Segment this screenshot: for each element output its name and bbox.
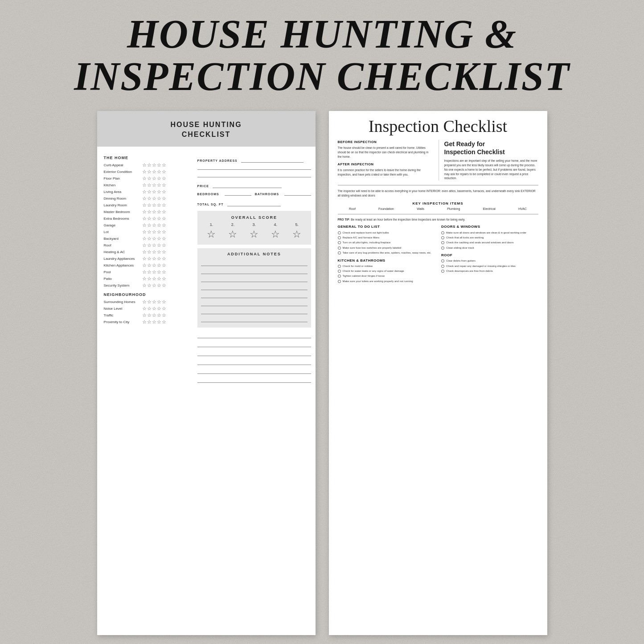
- todo-item: Make sure your toilets are working prope…: [338, 279, 435, 283]
- item-label: Dinning Room: [104, 197, 139, 201]
- list-item: Surrounding Homes ☆☆☆☆☆: [104, 299, 193, 304]
- todo-checkbox[interactable]: [338, 246, 341, 250]
- star-rating[interactable]: ☆☆☆☆☆: [142, 250, 166, 254]
- todo-checkbox[interactable]: [338, 280, 341, 283]
- todo-checkbox[interactable]: [441, 241, 444, 244]
- todo-item: Check downspouts are free from debris: [441, 269, 538, 273]
- list-item: Lot ☆☆☆☆☆: [104, 230, 193, 234]
- item-label: Roof: [104, 243, 139, 247]
- star-rating[interactable]: ☆☆☆☆☆: [142, 320, 166, 324]
- roof-title: ROOF: [441, 253, 538, 257]
- score-box: OVERALL SCORE 1. 2. 3. 4. 5. ☆ ☆ ☆ ☆ ☆: [197, 211, 312, 245]
- star-rating[interactable]: ☆☆☆☆☆: [142, 243, 166, 248]
- todo-checkbox[interactable]: [338, 275, 341, 278]
- todo-item: Check for water leaks or any signs of wa…: [338, 269, 435, 273]
- item-label: Master Bedroom: [104, 210, 139, 214]
- list-item: Laundry Appliances ☆☆☆☆☆: [104, 256, 193, 261]
- documents-container: HOUSE HUNTINGCHECKLIST THE HOME Curb App…: [0, 107, 644, 644]
- list-item: Traffic ☆☆☆☆☆: [104, 313, 193, 318]
- star-rating[interactable]: ☆☆☆☆☆: [142, 230, 166, 234]
- star-rating[interactable]: ☆☆☆☆☆: [142, 163, 166, 168]
- item-label: Exterior Condition: [104, 170, 139, 174]
- section-neighbourhood-title: NEIGHBOURHOOD: [104, 292, 193, 297]
- todo-checkbox[interactable]: [338, 270, 341, 273]
- star-rating[interactable]: ☆☆☆☆☆: [142, 176, 166, 181]
- item-label: Laundry Appliances: [104, 257, 139, 261]
- todo-checkbox[interactable]: [441, 270, 444, 273]
- after-inspection-section: AFTER INSPECTION It is common practice f…: [338, 162, 432, 177]
- key-item: Roof: [349, 207, 356, 210]
- item-label: Security System: [104, 283, 139, 287]
- bed-bath-row: BEDROOMS BATHROOMS: [197, 193, 312, 196]
- left-doc-header: HOUSE HUNTINGCHECKLIST: [97, 111, 316, 147]
- star-rating[interactable]: ☆☆☆☆☆: [142, 270, 166, 275]
- bedrooms-label: BEDROOMS: [197, 193, 219, 196]
- right-fields-col: PROPERTY ADDRESS PRICE BEDROOMS BATHROOM…: [197, 151, 312, 384]
- todo-item: Check the caulking and seals around wind…: [441, 241, 538, 244]
- star-rating[interactable]: ☆☆☆☆☆: [142, 209, 166, 214]
- left-document: HOUSE HUNTINGCHECKLIST THE HOME Curb App…: [97, 111, 316, 635]
- bathrooms-label: BATHROOMS: [255, 193, 279, 196]
- pro-tip: PRO TIP: Be ready at least an hour befor…: [338, 218, 538, 221]
- item-label: Floor Plan: [104, 176, 139, 180]
- star-rating[interactable]: ☆☆☆☆☆: [142, 276, 166, 281]
- todo-checkbox[interactable]: [441, 265, 444, 268]
- star-rating[interactable]: ☆☆☆☆☆: [142, 263, 166, 268]
- item-label: Extra Bedrooms: [104, 217, 139, 221]
- todo-checkbox[interactable]: [338, 251, 341, 254]
- todo-checkbox[interactable]: [441, 231, 444, 234]
- star-rating[interactable]: ☆☆☆☆☆: [142, 313, 166, 318]
- item-label: Living Area: [104, 190, 139, 194]
- star-rating[interactable]: ☆☆☆☆☆: [142, 183, 166, 188]
- item-label: Kitchen: [104, 183, 139, 187]
- todo-item: Tighten cabinet door hinges if loose: [338, 274, 435, 278]
- before-after-col: BEFORE INSPECTION The house should be cl…: [338, 140, 432, 180]
- list-item: Curb Appeal ☆☆☆☆☆: [104, 163, 193, 168]
- inspection-top: BEFORE INSPECTION The house should be cl…: [338, 140, 538, 180]
- todo-item: Clear debris from gutters: [441, 259, 538, 263]
- star-rating[interactable]: ☆☆☆☆☆: [142, 189, 166, 194]
- star-rating[interactable]: ☆☆☆☆☆: [142, 236, 166, 241]
- todo-checkbox[interactable]: [338, 265, 341, 268]
- key-item: HVAC: [518, 207, 527, 210]
- todo-checkbox[interactable]: [338, 236, 341, 239]
- list-item: Pool ☆☆☆☆☆: [104, 270, 193, 275]
- key-item: Foundation: [378, 207, 394, 210]
- todo-checkbox[interactable]: [441, 246, 444, 250]
- left-doc-title: HOUSE HUNTINGCHECKLIST: [102, 120, 311, 140]
- notes-box: ADDITIONAL NOTES: [197, 248, 312, 328]
- left-checklist-col: THE HOME Curb Appeal ☆☆☆☆☆ Exterior Cond…: [104, 151, 193, 384]
- item-label: Kitchen Appliances: [104, 263, 139, 267]
- star-rating[interactable]: ☆☆☆☆☆: [142, 169, 166, 174]
- get-ready-title: Get Ready forInspection Checklist: [444, 140, 538, 156]
- todo-item: Check for mold or mildew: [338, 264, 435, 268]
- item-label: Garage: [104, 223, 139, 227]
- list-item: Noise Level ☆☆☆☆☆: [104, 306, 193, 311]
- key-items-section: KEY INSPECTION ITEMS Roof Foundation Wal…: [338, 201, 538, 210]
- item-label: Patio: [104, 277, 139, 281]
- doors-title: DOORS & WINDOWS: [441, 225, 538, 229]
- key-items-list: Roof Foundation Walls Plumbing Electrica…: [338, 207, 538, 210]
- todo-item: Turn on all pilot lights, including fire…: [338, 241, 435, 244]
- todo-checkbox[interactable]: [441, 259, 444, 263]
- todo-checkbox[interactable]: [338, 241, 341, 244]
- divider-1: [338, 185, 538, 185]
- list-item: Security System ☆☆☆☆☆: [104, 283, 193, 288]
- star-rating[interactable]: ☆☆☆☆☆: [142, 216, 166, 221]
- star-rating[interactable]: ☆☆☆☆☆: [142, 306, 166, 311]
- todo-checkbox[interactable]: [441, 236, 444, 239]
- after-inspection-text: It is common practice for the sellers to…: [338, 168, 432, 177]
- todo-checkbox[interactable]: [338, 231, 341, 234]
- sqft-field: TOTAL SQ. FT: [197, 199, 312, 207]
- star-rating[interactable]: ☆☆☆☆☆: [142, 223, 166, 228]
- star-rating[interactable]: ☆☆☆☆☆: [142, 299, 166, 304]
- star-rating[interactable]: ☆☆☆☆☆: [142, 203, 166, 208]
- star-rating[interactable]: ☆☆☆☆☆: [142, 256, 166, 261]
- score-stars[interactable]: ☆ ☆ ☆ ☆ ☆: [201, 229, 308, 240]
- star-rating[interactable]: ☆☆☆☆☆: [142, 196, 166, 201]
- item-label: Heating & AC: [104, 250, 139, 254]
- todo-item: Make sure fuse box switches are properly…: [338, 246, 435, 250]
- list-item: Living Area ☆☆☆☆☆: [104, 189, 193, 194]
- sqft-label: TOTAL SQ. FT: [197, 203, 224, 206]
- star-rating[interactable]: ☆☆☆☆☆: [142, 283, 166, 288]
